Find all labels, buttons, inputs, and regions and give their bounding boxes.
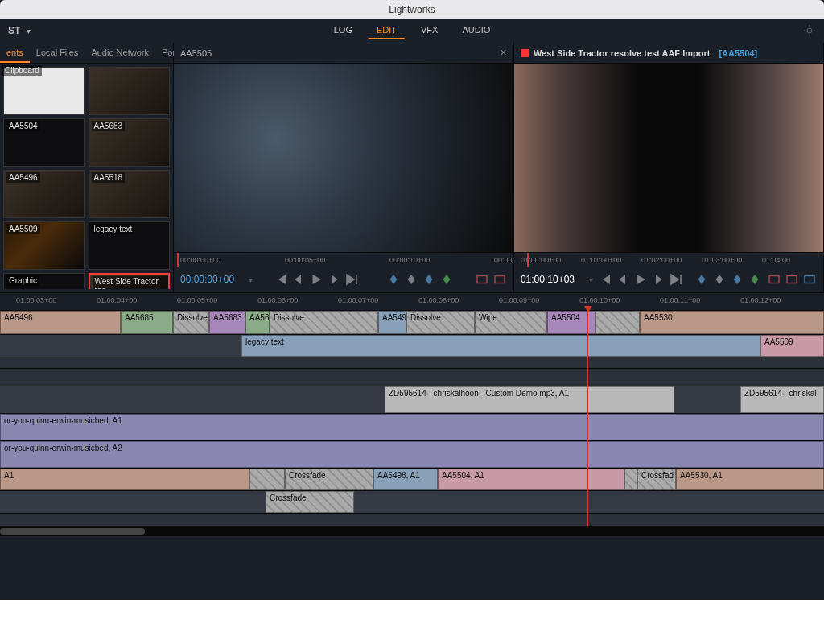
- timeline-clip[interactable]: AA5504, A1: [438, 469, 624, 490]
- playhead[interactable]: [587, 311, 588, 526]
- add-cue-icon[interactable]: [439, 272, 454, 287]
- nudge-back-icon[interactable]: [291, 272, 306, 287]
- play-icon[interactable]: [633, 272, 648, 287]
- source-ruler[interactable]: 00:00:00+0000:00:05+0000:00:10+0000:00:1: [174, 252, 513, 266]
- source-timecode[interactable]: 00:00:00+00: [180, 274, 234, 285]
- clear-marks-icon[interactable]: [404, 272, 418, 287]
- goto-start-icon[interactable]: [598, 272, 612, 287]
- timeline-clip[interactable]: Dissolve: [173, 311, 209, 334]
- timeline-clip[interactable]: Crossfad: [637, 469, 676, 490]
- layout-tab-edit[interactable]: EDIT: [369, 22, 405, 39]
- timeline-clip[interactable]: AA5683: [209, 311, 245, 334]
- timeline-clip[interactable]: AA5498: [378, 311, 406, 334]
- replace-icon[interactable]: [492, 272, 507, 287]
- timeline-clip[interactable]: AA5496: [0, 311, 121, 334]
- layout-tab-vfx[interactable]: VFX: [413, 22, 446, 39]
- bin-clip[interactable]: AA5504: [3, 118, 85, 167]
- timeline-clip[interactable]: or-you-quinn-erwin-musicbed, A2: [0, 441, 824, 468]
- audio-track-1[interactable]: ZD595614 - chriskalhoon - Custom Demo.mp…: [0, 386, 824, 414]
- timeline-clip[interactable]: Crossfade: [285, 469, 373, 490]
- audio-track-2[interactable]: or-you-quinn-erwin-musicbed, A1: [0, 414, 824, 441]
- timeline[interactable]: 01:00:03+0001:00:04+0001:00:05+0001:00:0…: [0, 292, 824, 578]
- bin-clip[interactable]: [89, 67, 171, 115]
- timeline-clip[interactable]: Wipe: [475, 311, 547, 334]
- record-monitor[interactable]: [514, 64, 823, 252]
- timeline-clip[interactable]: AA5509: [760, 335, 824, 357]
- video-track-1[interactable]: AA5496AA5685DissolveAA5683AA568DissolveA…: [0, 311, 824, 335]
- tc-dropdown-icon[interactable]: ▾: [249, 275, 253, 284]
- goto-start-icon[interactable]: [274, 272, 288, 287]
- layout-tab-log[interactable]: LOG: [326, 22, 360, 39]
- audio-track-3[interactable]: or-you-quinn-erwin-musicbed, A2: [0, 441, 824, 469]
- timeline-clip[interactable]: or-you-quinn-erwin-musicbed, A1: [0, 414, 824, 440]
- layout-tab-audio[interactable]: AUDIO: [454, 22, 498, 39]
- timeline-clip[interactable]: AA5530, A1: [676, 469, 824, 490]
- timeline-clip[interactable]: ZD595614 - chriskal: [740, 386, 824, 413]
- room-dropdown-icon[interactable]: ▾: [27, 27, 31, 35]
- timeline-clip[interactable]: A1: [0, 469, 249, 490]
- clear-marks-icon[interactable]: [712, 272, 727, 287]
- mark-in-icon[interactable]: [386, 272, 401, 287]
- clipboard-label: Clipboard: [2, 65, 42, 76]
- ruler-tick: 01:02:00+00: [641, 256, 682, 264]
- mark-out-icon[interactable]: [730, 272, 744, 287]
- content-tab[interactable]: Audio Network: [84, 43, 155, 63]
- record-timecode[interactable]: 01:00:10+03: [521, 274, 575, 285]
- voiceover-icon[interactable]: [802, 272, 817, 287]
- scrollbar-thumb[interactable]: [0, 528, 145, 535]
- timeline-clip[interactable]: AA5530: [640, 311, 824, 334]
- room-name[interactable]: ST: [8, 25, 20, 36]
- source-monitor[interactable]: [174, 64, 513, 252]
- goto-end-icon[interactable]: [669, 272, 683, 287]
- insert-icon[interactable]: [475, 272, 489, 287]
- record-ruler[interactable]: 01:00:00+0001:01:00+0001:02:00+0001:03:0…: [514, 252, 823, 266]
- bin-clip[interactable]: AA5496: [3, 170, 85, 218]
- timeline-clip[interactable]: [595, 311, 640, 334]
- close-icon[interactable]: ✕: [500, 47, 507, 58]
- video-track-2[interactable]: legacy textAA5509: [0, 335, 824, 357]
- ruler-tick: 01:04:00: [762, 256, 790, 264]
- timeline-clip[interactable]: [249, 469, 285, 490]
- timeline-clip[interactable]: AA5685: [121, 311, 173, 334]
- timeline-clip[interactable]: Crossfade: [266, 491, 354, 513]
- goto-end-icon[interactable]: [344, 272, 359, 287]
- content-tab[interactable]: Local Files: [30, 43, 85, 63]
- bin-clip[interactable]: AA5518: [89, 170, 171, 218]
- audio-track-5[interactable]: Crossfade: [0, 491, 824, 514]
- spacer-track: [0, 369, 824, 386]
- bin-clip[interactable]: AA5509: [3, 221, 85, 270]
- content-tab[interactable]: ents: [0, 43, 30, 63]
- audio-track-4[interactable]: A1CrossfadeAA5498, A1AA5504, A1CrossfadA…: [0, 469, 824, 491]
- nudge-fwd-icon[interactable]: [651, 272, 665, 287]
- bin-clip[interactable]: legacy text: [89, 221, 171, 270]
- timeline-clip[interactable]: AA5498, A1: [373, 469, 438, 490]
- remove-icon[interactable]: [767, 272, 781, 287]
- settings-icon[interactable]: [803, 24, 816, 37]
- bin-clip[interactable]: Graphic: [3, 273, 85, 289]
- tc-dropdown-icon[interactable]: ▾: [589, 275, 593, 284]
- timeline-clip[interactable]: AA5504: [547, 311, 595, 334]
- nudge-back-icon[interactable]: [616, 272, 630, 287]
- svg-rect-3: [769, 276, 779, 283]
- bin-clip[interactable]: AA5683: [89, 118, 171, 167]
- ruler-tick: 00:00:10+00: [389, 256, 430, 264]
- timeline-clip[interactable]: [624, 469, 637, 490]
- play-icon[interactable]: [309, 272, 323, 287]
- mark-out-icon[interactable]: [422, 272, 436, 287]
- timeline-scrollbar[interactable]: [0, 526, 824, 536]
- timeline-clip[interactable]: AA568: [245, 311, 270, 334]
- mark-in-icon[interactable]: [694, 272, 709, 287]
- timeline-clip[interactable]: legacy text: [241, 335, 760, 357]
- timeline-tick: 01:00:08+00: [418, 296, 459, 304]
- timeline-clip[interactable]: Dissolve: [270, 311, 378, 334]
- add-cue-icon[interactable]: [748, 272, 762, 287]
- delete-icon[interactable]: [785, 272, 799, 287]
- timeline-clip[interactable]: Dissolve: [406, 311, 475, 334]
- bin-grid[interactable]: AA5504AA5683AA5496AA5518AA5509legacy tex…: [0, 64, 173, 289]
- nudge-fwd-icon[interactable]: [327, 272, 341, 287]
- timeline-ruler[interactable]: 01:00:03+0001:00:04+0001:00:05+0001:00:0…: [0, 293, 824, 311]
- timeline-tick: 01:00:07+00: [338, 296, 378, 304]
- timeline-clip[interactable]: ZD595614 - chriskalhoon - Custom Demo.mp…: [385, 386, 674, 413]
- svg-rect-4: [787, 276, 797, 283]
- bin-clip[interactable]: West Side Tractor res: [89, 273, 171, 289]
